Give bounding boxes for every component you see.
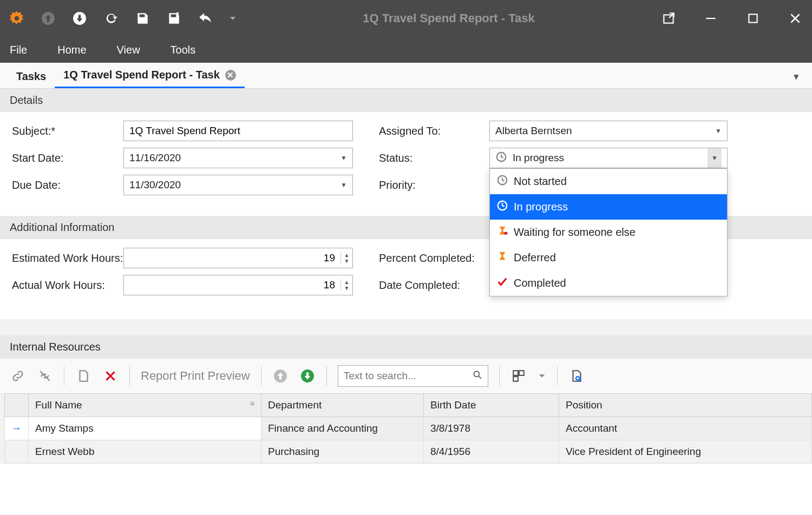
refresh-icon[interactable] [103,10,119,27]
window-title: 1Q Travel Spend Report - Task [237,11,660,25]
spin-up-icon[interactable]: ▲ [341,252,352,258]
svg-rect-4 [749,14,757,22]
titlebar: 1Q Travel Spend Report - Task [0,0,812,37]
undo-icon[interactable] [197,10,213,27]
move-up-icon[interactable] [272,368,289,384]
resources-search-input[interactable] [344,370,472,382]
start-date-input[interactable]: 11/16/2020 ▼ [123,148,353,168]
search-icon[interactable] [472,369,483,383]
details-form: Subject:* Assigned To: Alberta Berntsen … [0,112,812,216]
status-dropdown: Not started In progress Waiting for some… [489,168,728,296]
table-row[interactable]: Ernest Webb Purchasing 8/4/1956 Vice Pre… [5,440,812,464]
resources-toolbar: Report Print Preview [0,359,812,393]
tab-active-task[interactable]: 1Q Travel Spend Report - Task ✕ [55,63,245,88]
status-option-deferred[interactable]: Deferred [490,245,727,270]
menu-tools[interactable]: Tools [171,44,196,56]
label-est-hours: Estimated Work Hours: [12,252,123,265]
chevron-down-icon: ▼ [340,181,347,189]
new-doc-icon[interactable] [75,368,91,384]
sort-icon: ≡ [250,399,254,408]
layout-icon[interactable] [510,368,527,384]
layout-dropdown-icon[interactable] [538,368,546,384]
unlink-icon[interactable] [37,368,53,384]
save-close-icon[interactable] [166,10,182,27]
undo-dropdown-icon[interactable] [228,10,237,27]
label-date-complete: Date Completed: [379,279,489,292]
tabs-overflow-icon[interactable]: ▾ [788,65,804,88]
chevron-down-icon: ▼ [715,127,722,135]
menu-home[interactable]: Home [57,44,86,56]
resources-grid: Full Name≡ Department Birth Date Positio… [4,393,812,464]
col-position[interactable]: Position [559,394,812,417]
menu-view[interactable]: View [117,44,140,56]
svg-rect-2 [664,15,673,23]
grid-selector-header[interactable] [5,394,29,417]
due-date-input[interactable]: 11/30/2020 ▼ [123,175,353,195]
clock-icon [496,200,508,214]
label-subject: Subject:* [12,125,123,137]
tab-close-icon[interactable]: ✕ [225,70,236,81]
label-assigned-to: Assigned To: [379,125,489,137]
section-resources-header: Internal Resources [0,335,812,359]
preview-doc-icon[interactable] [568,368,585,384]
chevron-down-icon: ▼ [708,148,722,168]
status-combo[interactable]: In progress ▼ [489,148,728,168]
subject-input[interactable] [123,121,353,141]
hourglass-flag-icon [496,225,508,240]
spin-down-icon[interactable]: ▼ [341,258,352,264]
link-icon[interactable] [10,368,26,384]
minimize-icon[interactable] [703,10,719,27]
table-row[interactable]: → Amy Stamps Finance and Accounting 3/8/… [5,417,812,440]
est-hours-input[interactable]: ▲▼ [123,248,353,268]
tabs-row: Tasks 1Q Travel Spend Report - Task ✕ ▾ [0,63,812,89]
spin-down-icon[interactable]: ▼ [341,285,352,291]
menu-file[interactable]: File [10,44,27,56]
maximize-icon[interactable] [745,10,761,27]
move-down-icon[interactable] [299,368,316,384]
popout-icon[interactable] [660,10,677,27]
resources-search[interactable] [338,365,488,387]
label-start-date: Start Date: [12,152,123,164]
spin-up-icon[interactable]: ▲ [341,279,352,285]
col-full-name[interactable]: Full Name≡ [29,394,261,417]
chevron-down-icon: ▼ [340,154,347,162]
status-option-waiting[interactable]: Waiting for someone else [490,220,727,245]
label-due-date: Due Date: [12,179,123,192]
label-status: Status: [379,152,489,164]
app-gear-icon[interactable] [9,10,25,27]
check-icon [496,276,508,290]
status-option-in-progress[interactable]: In progress [490,194,727,220]
upload-icon[interactable] [40,10,56,27]
svg-point-11 [474,371,479,377]
svg-rect-13 [519,371,524,375]
col-department[interactable]: Department [261,394,424,417]
clock-icon [496,174,508,189]
row-indicator-icon: → [5,417,29,440]
svg-point-15 [576,377,580,380]
resources-panel: Internal Resources Report Print Preview … [0,319,812,464]
delete-icon[interactable] [102,368,119,384]
clock-icon [495,151,507,166]
label-act-hours: Actual Work Hours: [12,279,123,292]
label-pct-complete: Percent Completed: [379,252,489,265]
status-option-not-started[interactable]: Not started [490,169,727,194]
section-details-header: Details [0,89,812,112]
report-print-preview-button[interactable]: Report Print Preview [141,369,250,383]
svg-rect-3 [706,18,715,19]
menubar: File Home View Tools [0,37,812,63]
svg-rect-8 [505,232,508,235]
download-icon[interactable] [71,10,88,27]
svg-rect-12 [513,371,518,375]
col-birth-date[interactable]: Birth Date [424,394,559,417]
close-icon[interactable] [787,10,803,27]
act-hours-input[interactable]: ▲▼ [123,275,353,295]
svg-rect-14 [513,377,518,381]
label-priority: Priority: [379,179,489,192]
save-icon[interactable] [134,10,150,27]
tab-tasks[interactable]: Tasks [8,65,55,88]
status-option-completed[interactable]: Completed [490,270,727,296]
hourglass-icon [496,250,508,265]
assigned-to-combo[interactable]: Alberta Berntsen ▼ [489,121,728,141]
